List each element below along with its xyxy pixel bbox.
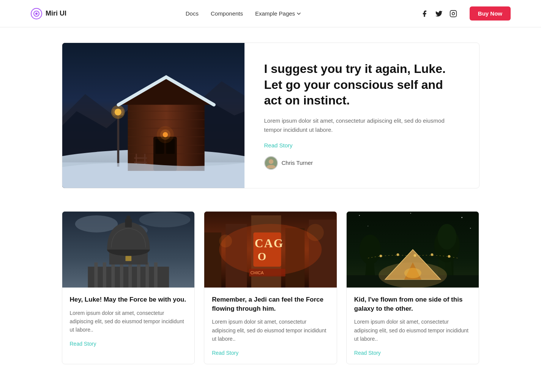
capitol-svg: [62, 212, 195, 288]
card-excerpt-1: Lorem ipsum dolor sit amet, consectetur …: [70, 309, 187, 334]
svg-rect-38: [103, 262, 106, 288]
featured-card: I suggest you try it again, Luke. Let go…: [62, 43, 479, 188]
svg-point-71: [470, 228, 471, 228]
card-capitol: Hey, Luke! May the Force be with you. Lo…: [62, 211, 195, 364]
facebook-icon[interactable]: [420, 9, 429, 18]
svg-point-74: [360, 234, 381, 264]
card-body-1: Hey, Luke! May the Force be with you. Lo…: [62, 288, 195, 355]
svg-point-80: [413, 254, 416, 257]
svg-rect-43: [145, 262, 149, 288]
card-read-story-2[interactable]: Read Story: [212, 350, 238, 356]
svg-point-78: [379, 254, 382, 257]
svg-point-33: [75, 215, 117, 232]
card-title-2: Remember, a Jedi can feel the Force flow…: [212, 295, 329, 313]
card-grid: Hey, Luke! May the Force be with you. Lo…: [62, 211, 479, 364]
svg-rect-40: [120, 262, 123, 288]
twitter-icon[interactable]: [435, 9, 443, 18]
logo-text: Miri UI: [46, 9, 66, 17]
svg-point-31: [268, 159, 273, 164]
svg-text:CAG: CAG: [255, 237, 284, 250]
instagram-icon[interactable]: [449, 9, 457, 18]
chevron-down-icon: [297, 11, 301, 16]
card-excerpt-2: Lorem ipsum dolor sit amet, consectetur …: [212, 318, 329, 343]
tent-svg: [347, 212, 479, 288]
svg-rect-42: [137, 262, 140, 288]
buy-now-button[interactable]: Buy Now: [470, 6, 511, 21]
card-excerpt-3: Lorem ipsum dolor sit amet, consectetur …: [354, 318, 472, 343]
card-image-capitol: [62, 212, 195, 288]
svg-point-77: [404, 268, 421, 278]
svg-rect-26: [117, 111, 119, 167]
card-image-chicago: CAG O CHICA: [204, 212, 337, 288]
featured-image: [62, 43, 244, 188]
featured-content: I suggest you try it again, Luke. Let go…: [244, 43, 479, 188]
svg-text:O: O: [258, 250, 267, 262]
card-body-2: Remember, a Jedi can feel the Force flow…: [204, 288, 337, 364]
svg-point-82: [448, 255, 450, 258]
svg-point-69: [461, 217, 462, 218]
featured-title: I suggest you try it again, Luke. Let go…: [264, 61, 459, 109]
navbar: Miri UI Docs Components Example Pages Bu…: [0, 0, 541, 27]
svg-point-67: [410, 213, 411, 213]
svg-point-73: [437, 224, 456, 249]
social-links: [420, 9, 457, 18]
nav-example-pages[interactable]: Example Pages: [255, 10, 301, 17]
card-chicago: CAG O CHICA Remember, a Jedi can feel th…: [204, 211, 337, 364]
card-image-tent: [347, 212, 479, 288]
svg-point-65: [359, 215, 360, 216]
card-tent: Kid, I've flown from one side of this ga…: [346, 211, 479, 364]
author-avatar-image: [265, 156, 277, 170]
svg-point-48: [126, 215, 130, 220]
author-name: Chris Turner: [282, 160, 313, 166]
svg-rect-44: [154, 262, 157, 288]
svg-rect-49: [125, 256, 131, 261]
svg-rect-51: [204, 232, 221, 288]
svg-point-70: [368, 226, 368, 226]
logo[interactable]: Miri UI: [30, 8, 66, 20]
featured-image-svg: [62, 43, 244, 188]
svg-point-21: [156, 126, 173, 143]
svg-point-29: [111, 105, 125, 119]
svg-rect-37: [94, 262, 98, 288]
svg-text:CHICA: CHICA: [251, 270, 264, 275]
featured-read-story-link[interactable]: Read Story: [264, 142, 459, 149]
nav-components[interactable]: Components: [211, 10, 243, 17]
svg-rect-47: [125, 219, 132, 227]
nav-docs[interactable]: Docs: [186, 10, 199, 17]
svg-rect-39: [111, 262, 115, 288]
logo-icon: [30, 8, 43, 20]
svg-rect-41: [128, 262, 132, 288]
card-body-3: Kid, I've flown from one side of this ga…: [347, 288, 479, 364]
svg-rect-3: [450, 10, 456, 17]
svg-point-2: [35, 13, 38, 15]
nav-links: Docs Components Example Pages: [186, 10, 301, 17]
featured-excerpt: Lorem ipsum dolor sit amet, consectetur …: [264, 116, 459, 134]
svg-point-79: [396, 253, 399, 256]
card-read-story-1[interactable]: Read Story: [70, 341, 96, 347]
card-title-3: Kid, I've flown from one side of this ga…: [354, 295, 472, 313]
svg-point-34: [139, 212, 190, 227]
nav-right: Buy Now: [420, 6, 511, 21]
featured-author: Chris Turner: [264, 156, 459, 170]
svg-point-63: [307, 224, 324, 241]
author-avatar: [264, 156, 278, 170]
chicago-svg: CAG O CHICA: [204, 212, 337, 288]
main-content: I suggest you try it again, Luke. Let go…: [54, 27, 487, 387]
card-title-1: Hey, Luke! May the Force be with you.: [70, 295, 187, 304]
card-read-story-3[interactable]: Read Story: [354, 350, 381, 356]
svg-point-81: [431, 253, 433, 256]
svg-point-62: [219, 234, 232, 247]
